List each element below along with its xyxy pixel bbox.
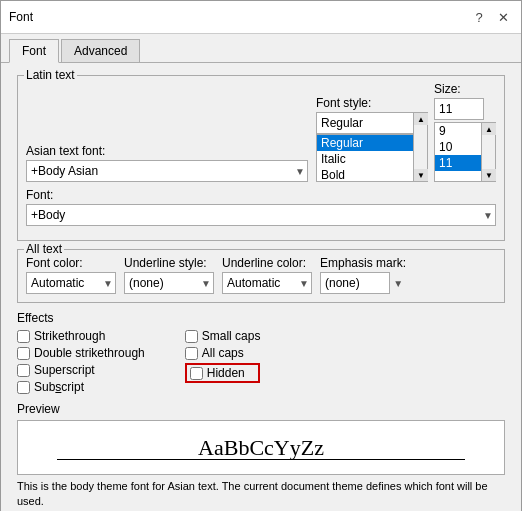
hidden-row: Hidden: [185, 363, 261, 383]
effects-col1: Strikethrough Double strikethrough Super…: [17, 329, 145, 394]
double-strikethrough-label: Double strikethrough: [34, 346, 145, 360]
font-select[interactable]: +Body: [26, 204, 496, 226]
small-caps-row: Small caps: [185, 329, 261, 343]
emphasis-mark-chevron-icon: ▼: [393, 278, 403, 289]
font-style-option-bold[interactable]: Bold: [317, 167, 413, 182]
emphasis-mark-label: Emphasis mark:: [320, 256, 406, 270]
font-style-field: Font style: Regular Italic Bold ▲: [316, 96, 426, 182]
asian-font-field: Asian text font: +Body Asian ▼: [26, 144, 308, 182]
tab-advanced[interactable]: Advanced: [61, 39, 140, 63]
font-color-select-wrapper: Automatic ▼: [26, 272, 116, 294]
latin-text-label: Latin text: [24, 68, 77, 82]
font-style-listbox[interactable]: Regular Italic Bold: [316, 134, 414, 182]
superscript-label: Superscript: [34, 363, 95, 377]
all-caps-row: All caps: [185, 346, 261, 360]
dialog-content: Latin text Asian text font: +Body Asian …: [1, 63, 521, 511]
font-style-scrollbar: ▲ ▼: [414, 112, 428, 182]
font-select-wrapper: +Body ▼: [26, 204, 496, 226]
strikethrough-label: Strikethrough: [34, 329, 105, 343]
preview-box: AaBbCcYyZz: [17, 420, 505, 475]
emphasis-mark-select-wrapper: (none) ▼: [320, 272, 406, 294]
double-strikethrough-row: Double strikethrough: [17, 346, 145, 360]
asian-font-label: Asian text font:: [26, 144, 308, 158]
hidden-label: Hidden: [207, 366, 245, 380]
size-listbox[interactable]: 9 10 11: [434, 122, 482, 182]
font-style-input[interactable]: [316, 112, 414, 134]
superscript-row: Superscript: [17, 363, 145, 377]
font-style-scroll-down[interactable]: ▼: [414, 169, 428, 181]
size-scrollbar: ▲ ▼: [482, 122, 496, 182]
font-style-option-regular[interactable]: Regular: [317, 135, 413, 151]
all-text-label: All text: [24, 242, 64, 256]
underline-color-select-wrapper: Automatic ▼: [222, 272, 312, 294]
emphasis-mark-select[interactable]: (none): [320, 272, 390, 294]
subscript-checkbox[interactable]: [17, 381, 30, 394]
font-color-select[interactable]: Automatic: [26, 272, 116, 294]
underline-style-field: Underline style: (none) ▼: [124, 256, 214, 294]
font-color-label: Font color:: [26, 256, 116, 270]
preview-section: Preview AaBbCcYyZz This is the body them…: [17, 402, 505, 510]
subscript-label: Subscript: [34, 380, 84, 394]
effects-col2: Small caps All caps Hidden: [185, 329, 261, 394]
underline-color-field: Underline color: Automatic ▼: [222, 256, 312, 294]
latin-row2: Font: +Body ▼: [26, 188, 496, 226]
preview-label: Preview: [17, 402, 505, 416]
strikethrough-row: Strikethrough: [17, 329, 145, 343]
font-label: Font:: [26, 188, 496, 202]
underline-color-select[interactable]: Automatic: [222, 272, 312, 294]
size-scroll-down[interactable]: ▼: [482, 169, 496, 181]
font-style-label: Font style:: [316, 96, 426, 110]
tab-bar: Font Advanced: [1, 34, 521, 63]
subscript-row: Subscript: [17, 380, 145, 394]
size-option-11[interactable]: 11: [435, 155, 481, 171]
size-input[interactable]: [434, 98, 484, 120]
size-option-9[interactable]: 9: [435, 123, 481, 139]
underline-style-label: Underline style:: [124, 256, 214, 270]
tab-font[interactable]: Font: [9, 39, 59, 63]
size-label: Size:: [434, 82, 496, 96]
size-scroll-track: [482, 135, 495, 169]
all-caps-checkbox[interactable]: [185, 347, 198, 360]
preview-text: AaBbCcYyZz: [198, 435, 324, 461]
strikethrough-checkbox[interactable]: [17, 330, 30, 343]
asian-font-select[interactable]: +Body Asian: [26, 160, 308, 182]
all-text-row: Font color: Automatic ▼ Underline style:…: [26, 256, 496, 294]
preview-note: This is the body theme font for Asian te…: [17, 479, 505, 510]
asian-font-select-wrapper: +Body Asian ▼: [26, 160, 308, 182]
double-strikethrough-checkbox[interactable]: [17, 347, 30, 360]
font-style-scroll-up[interactable]: ▲: [414, 113, 428, 125]
size-field: Size: 9 10 11 ▲ ▼: [434, 82, 496, 182]
underline-style-select-wrapper: (none) ▼: [124, 272, 214, 294]
font-field: Font: +Body ▼: [26, 188, 496, 226]
font-style-scroll-track: [414, 125, 427, 169]
close-button[interactable]: ✕: [493, 7, 513, 27]
subscript-underline: s: [55, 380, 61, 394]
font-style-wrapper: Regular Italic Bold ▲ ▼: [316, 112, 426, 182]
latin-text-group: Latin text Asian text font: +Body Asian …: [17, 75, 505, 241]
hidden-checkbox[interactable]: [190, 367, 203, 380]
underline-color-label: Underline color:: [222, 256, 312, 270]
font-dialog: Font ? ✕ Font Advanced Latin text Asian …: [0, 0, 522, 511]
effects-grid: Strikethrough Double strikethrough Super…: [17, 329, 505, 394]
size-option-10[interactable]: 10: [435, 139, 481, 155]
superscript-checkbox[interactable]: [17, 364, 30, 377]
underline-style-select[interactable]: (none): [124, 272, 214, 294]
font-style-option-italic[interactable]: Italic: [317, 151, 413, 167]
small-caps-label: Small caps: [202, 329, 261, 343]
latin-row1: Asian text font: +Body Asian ▼ Font styl…: [26, 82, 496, 182]
font-color-field: Font color: Automatic ▼: [26, 256, 116, 294]
title-bar: Font ? ✕: [1, 1, 521, 34]
effects-section: Effects Strikethrough Double strikethrou…: [17, 311, 505, 394]
emphasis-mark-field: Emphasis mark: (none) ▼: [320, 256, 406, 294]
help-button[interactable]: ?: [469, 7, 489, 27]
title-bar-controls: ? ✕: [469, 7, 513, 27]
effects-label: Effects: [17, 311, 505, 325]
all-text-group: All text Font color: Automatic ▼ Underli…: [17, 249, 505, 303]
all-caps-label: All caps: [202, 346, 244, 360]
size-scroll-up[interactable]: ▲: [482, 123, 496, 135]
small-caps-checkbox[interactable]: [185, 330, 198, 343]
dialog-title: Font: [9, 10, 33, 24]
